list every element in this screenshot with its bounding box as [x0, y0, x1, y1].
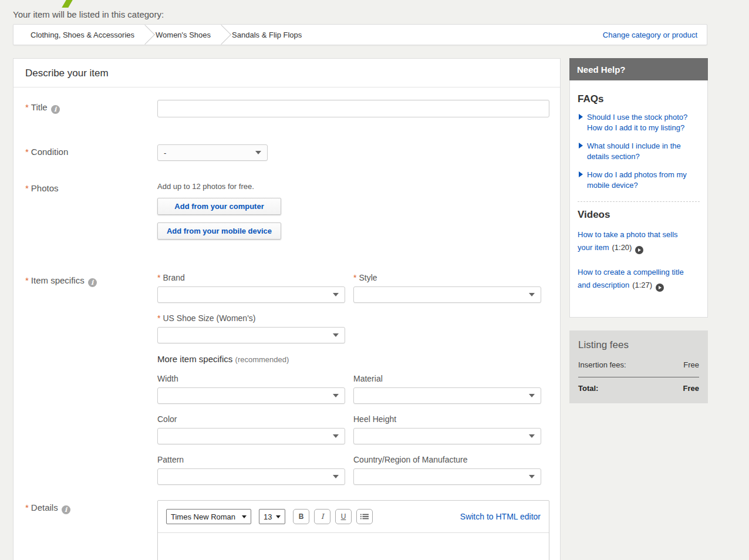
bold-button[interactable]: B: [293, 509, 309, 524]
chevron-right-icon: [135, 25, 155, 45]
info-icon[interactable]: i: [88, 278, 97, 287]
item-specifics-label-group: *Item specificsi: [25, 273, 157, 485]
details-label-group: *Detailsi: [25, 500, 157, 560]
faq-item[interactable]: What should I include in the details sec…: [578, 141, 700, 162]
item-specifics-label: Item specifics: [31, 275, 85, 285]
dropdown-arrow-icon: [255, 151, 261, 154]
select-arrow-icon: [242, 515, 247, 518]
description-textarea[interactable]: [158, 533, 549, 560]
chevron-right-icon: [211, 25, 231, 45]
recommended-note: (recommended): [235, 355, 289, 364]
italic-button[interactable]: I: [314, 509, 330, 524]
details-row: *Detailsi Times New Roman 13 B I: [25, 500, 548, 560]
font-family-value: Times New Roman: [171, 512, 235, 521]
faqs-heading: FAQs: [578, 93, 700, 105]
width-dropdown[interactable]: [157, 387, 345, 404]
photos-label-group: *Photos: [25, 181, 157, 247]
category-note: Your item will be listed in this categor…: [13, 9, 749, 19]
add-photos-computer-button[interactable]: Add from your computer: [157, 198, 281, 215]
insertion-fees-label: Insertion fees:: [578, 360, 626, 369]
title-row: *Titlei: [25, 100, 548, 117]
change-category-link[interactable]: Change category or product: [603, 31, 707, 39]
video-duration: (1:27): [632, 281, 652, 289]
required-asterisk: *: [25, 102, 29, 112]
bullet-list-icon: [360, 513, 369, 520]
country-dropdown[interactable]: [353, 468, 541, 485]
video-item[interactable]: How to create a compelling title and des…: [578, 265, 689, 292]
listing-fees-heading: Listing fees: [578, 339, 699, 351]
total-value: Free: [683, 384, 699, 393]
arrow-right-icon: [579, 171, 583, 177]
font-family-select[interactable]: Times New Roman: [166, 509, 251, 524]
faq-link[interactable]: How do I add photos from my mobile devic…: [587, 170, 700, 191]
font-size-select[interactable]: 13: [259, 509, 285, 524]
more-item-specifics-heading: More item specifics (recommended): [157, 354, 548, 364]
country-label: Country/Region of Manufacture: [353, 455, 541, 464]
video-link[interactable]: How to create a compelling title and des…: [578, 268, 684, 289]
condition-row: *Condition -: [25, 144, 548, 161]
photos-note: Add up to 12 photos for free.: [157, 182, 548, 191]
describe-item-panel: Describe your item *Titlei *Condition -: [13, 58, 561, 560]
faq-link[interactable]: What should I include in the details sec…: [587, 141, 700, 162]
shoe-size-dropdown[interactable]: [157, 327, 345, 343]
material-label: Material: [353, 374, 541, 383]
video-duration: (1:20): [612, 243, 632, 252]
font-size-value: 13: [264, 512, 272, 521]
item-specifics-row: *Item specificsi *Brand *Style: [25, 273, 548, 485]
need-help-header: Need Help?: [569, 58, 708, 80]
width-label: Width: [157, 374, 345, 383]
add-photos-mobile-button[interactable]: Add from your mobile device: [157, 222, 281, 239]
ebay-logo-partial: [62, 0, 73, 8]
breadcrumb-item-leaf: Sandals & Flip Flops: [224, 31, 310, 39]
required-asterisk: *: [157, 313, 160, 323]
insertion-fees-value: Free: [683, 360, 699, 369]
dropdown-arrow-icon: [333, 394, 339, 397]
listing-fees-panel: Listing fees Insertion fees: Free Total:…: [569, 330, 708, 403]
title-input[interactable]: [157, 100, 549, 117]
underline-button[interactable]: U: [335, 509, 352, 524]
switch-html-editor-link[interactable]: Switch to HTML editor: [460, 512, 541, 521]
material-dropdown[interactable]: [353, 387, 541, 404]
play-icon[interactable]: [656, 284, 664, 292]
video-item[interactable]: How to take a photo that sells your item…: [578, 228, 689, 254]
dropdown-arrow-icon: [529, 475, 535, 478]
dropdown-arrow-icon: [529, 434, 535, 438]
editor-toolbar: Times New Roman 13 B I U: [158, 501, 549, 533]
brand-dropdown[interactable]: [157, 286, 345, 303]
dropdown-arrow-icon: [529, 293, 535, 296]
title-label: Title: [31, 102, 48, 112]
color-dropdown[interactable]: [157, 428, 345, 444]
arrow-right-icon: [579, 114, 583, 120]
arrow-right-icon: [579, 143, 583, 149]
breadcrumb-items: Clothing, Shoes & Accessories Women's Sh…: [14, 25, 310, 45]
content-area: Describe your item *Titlei *Condition -: [13, 58, 749, 560]
dropdown-arrow-icon: [529, 394, 535, 397]
pattern-dropdown[interactable]: [157, 468, 345, 485]
heel-height-dropdown[interactable]: [353, 428, 541, 444]
style-dropdown[interactable]: [353, 286, 541, 303]
divider: [578, 201, 700, 202]
breadcrumb-item-category: Clothing, Shoes & Accessories: [22, 31, 143, 39]
dropdown-arrow-icon: [333, 434, 339, 438]
faq-link[interactable]: Should I use the stock photo? How do I a…: [587, 112, 700, 133]
videos-heading: Videos: [578, 209, 700, 221]
shoe-size-label: *US Shoe Size (Women's): [157, 313, 345, 323]
condition-label-group: *Condition: [25, 144, 157, 161]
faq-item[interactable]: How do I add photos from my mobile devic…: [578, 170, 700, 191]
play-icon[interactable]: [635, 246, 643, 254]
info-icon[interactable]: i: [51, 105, 60, 114]
bullet-list-button[interactable]: [356, 509, 373, 524]
required-asterisk: *: [157, 273, 160, 282]
faq-item[interactable]: Should I use the stock photo? How do I a…: [578, 112, 700, 133]
brand-label: *Brand: [157, 273, 345, 282]
panel-heading: Describe your item: [25, 68, 548, 79]
condition-dropdown[interactable]: -: [157, 144, 268, 161]
required-asterisk: *: [25, 183, 29, 193]
condition-dropdown-value: -: [164, 149, 166, 157]
need-help-panel: FAQs Should I use the stock photo? How d…: [569, 80, 708, 318]
info-icon[interactable]: i: [62, 505, 70, 514]
required-asterisk: *: [25, 502, 29, 512]
description-editor: Times New Roman 13 B I U: [157, 500, 549, 560]
details-label: Details: [31, 502, 58, 512]
color-label: Color: [157, 414, 345, 424]
